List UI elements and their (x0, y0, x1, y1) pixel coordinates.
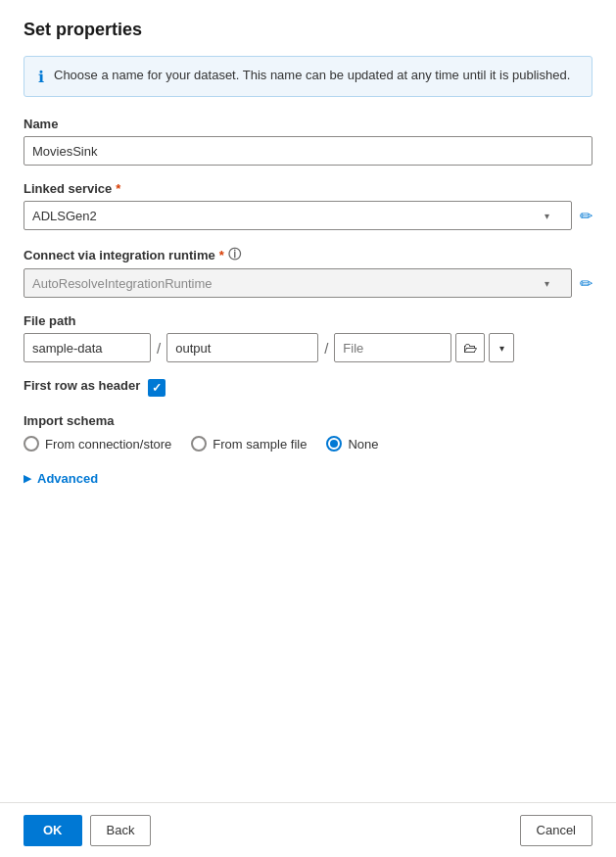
integration-runtime-edit-icon[interactable]: ✏ (580, 274, 592, 293)
file-path-field-group: File path / / 🗁 ▾ (24, 313, 592, 362)
file-path-segment3[interactable] (334, 333, 451, 362)
linked-service-field-group: Linked service * ADLSGen2 ▾ ✏ (24, 181, 592, 230)
radio-circle-none (326, 436, 342, 452)
folder-icon: 🗁 (463, 340, 477, 356)
name-label-text: Name (24, 117, 58, 131)
file-path-chevron-button[interactable]: ▾ (489, 333, 514, 362)
info-banner: ℹ Choose a name for your dataset. This n… (24, 56, 592, 97)
file-path-label: File path (24, 313, 592, 328)
radio-label-none: None (348, 437, 378, 452)
page-title: Set properties (24, 20, 592, 40)
radio-label-connection: From connection/store (45, 437, 171, 452)
integration-info-icon[interactable]: ⓘ (228, 246, 241, 263)
linked-service-label-text: Linked service (24, 181, 112, 196)
cancel-button[interactable]: Cancel (520, 815, 592, 846)
ok-button[interactable]: OK (24, 815, 82, 846)
file-path-segment1[interactable] (24, 333, 151, 362)
linked-service-label: Linked service * (24, 181, 592, 196)
file-path-chevron-icon: ▾ (499, 343, 504, 354)
integration-runtime-select-wrapper: AutoResolveIntegrationRuntime ▾ ✏ (24, 268, 592, 298)
linked-service-select-wrapper: ADLSGen2 ▾ ✏ (24, 201, 592, 230)
name-field-group: Name (24, 117, 592, 166)
footer: OK Back Cancel (0, 802, 616, 857)
file-path-folder-button[interactable]: 🗁 (455, 333, 485, 362)
file-path-segment2[interactable] (166, 333, 318, 362)
first-row-header-row: First row as header ✓ (24, 378, 592, 398)
linked-service-select[interactable]: ADLSGen2 (24, 201, 572, 230)
first-row-header-checkbox[interactable]: ✓ (148, 379, 166, 397)
import-schema-label: Import schema (24, 413, 592, 428)
radio-option-none[interactable]: None (326, 436, 378, 452)
import-schema-radio-row: From connection/store From sample file N… (24, 436, 592, 452)
footer-left: OK Back (24, 815, 151, 846)
checkbox-check-icon: ✓ (152, 381, 162, 395)
slash-1: / (155, 340, 163, 357)
radio-option-connection[interactable]: From connection/store (24, 436, 171, 452)
radio-option-sample-file[interactable]: From sample file (191, 436, 307, 452)
integration-runtime-field-group: Connect via integration runtime * ⓘ Auto… (24, 246, 592, 298)
first-row-header-label: First row as header (24, 378, 140, 393)
name-input[interactable] (24, 136, 592, 166)
file-path-row: / / 🗁 ▾ (24, 333, 592, 362)
radio-circle-sample-file (191, 436, 207, 452)
radio-label-sample-file: From sample file (213, 437, 307, 452)
required-star: * (116, 181, 120, 196)
integration-runtime-label: Connect via integration runtime * ⓘ (24, 246, 592, 263)
slash-2: / (322, 340, 330, 357)
radio-circle-connection (24, 436, 39, 452)
file-path-label-text: File path (24, 313, 75, 328)
advanced-row[interactable]: ▶ Advanced (24, 471, 592, 486)
info-icon: ℹ (38, 68, 44, 86)
integration-runtime-label-text: Connect via integration runtime (24, 248, 215, 262)
linked-service-edit-icon[interactable]: ✏ (580, 207, 592, 225)
radio-dot-none (330, 440, 338, 448)
first-row-header-label-text: First row as header (24, 378, 140, 393)
back-button[interactable]: Back (90, 815, 152, 846)
name-label: Name (24, 117, 592, 131)
info-banner-text: Choose a name for your dataset. This nam… (54, 67, 570, 84)
advanced-chevron-icon: ▶ (24, 472, 31, 485)
integration-required-star: * (219, 248, 224, 262)
import-schema-section: Import schema From connection/store From… (24, 413, 592, 452)
advanced-label: Advanced (37, 471, 98, 486)
integration-runtime-select[interactable]: AutoResolveIntegrationRuntime (24, 268, 572, 298)
